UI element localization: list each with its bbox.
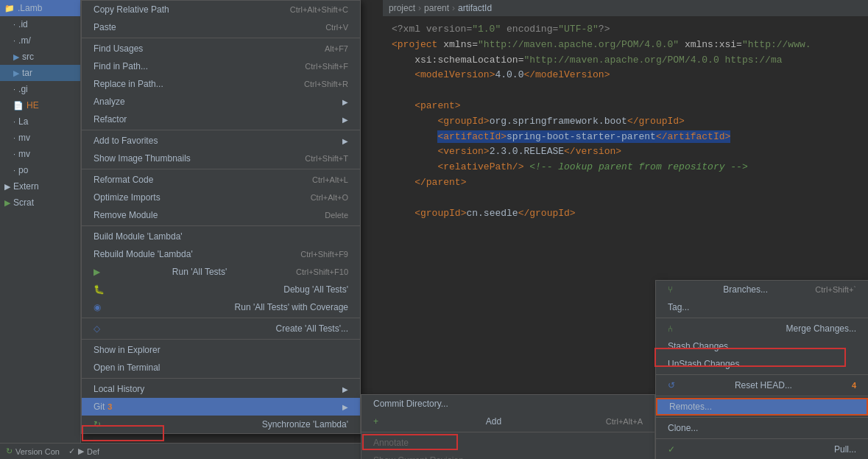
ctx-shortcut: Ctrl+Alt+A [606,417,643,426]
ctx-build-module[interactable]: Build Module 'Lambda' [82,228,360,245]
ctx-sep-5 [82,318,360,318]
ctx-optimize-imports[interactable]: Optimize Imports Ctrl+Alt+O [82,189,360,206]
breadcrumb-sep-2: › [452,3,455,13]
ctx-reformat-code[interactable]: Reformat Code Ctrl+Alt+L [82,171,360,189]
folder-icon: ▶ [13,52,19,62]
file-icon: · [13,85,15,94]
ctx-annotate[interactable]: Annotate [361,434,654,452]
check-icon: ✓ [68,446,75,456]
ctx-label: Local History [93,384,144,394]
ctx-sep-6 [82,339,360,340]
ctx-shortcut: Ctrl+Shift+R [304,80,348,88]
ctx-label: Add to Favorites [93,136,158,146]
ctx-create-all-tests[interactable]: ◇ Create 'All Tests'... [82,320,360,337]
breadcrumb-parent[interactable]: parent [424,3,449,13]
sidebar-item-mv2[interactable]: · mv [0,146,80,162]
ctx-shortcut: Ctrl+V [325,23,348,32]
branch-name[interactable]: Def [87,447,99,456]
ctx-label: Synchronize 'Lambda' [262,419,348,430]
ctx-replace-in-path[interactable]: Replace in Path... Ctrl+Shift+R [82,75,360,93]
add-icon: + [373,416,378,427]
default-branch-label[interactable]: ▶ [78,446,84,456]
ctx-debug-all-tests[interactable]: 🐛 Debug 'All Tests' [82,281,360,298]
file-icon: 📄 [13,101,24,111]
ctx-label: Rebuild Module 'Lambda' [93,249,193,259]
refresh-icon: ↻ [6,446,13,456]
sidebar-item-tar[interactable]: ▶ tar [0,65,80,81]
ctx-run-all-tests[interactable]: ▶ Run 'All Tests' Ctrl+Shift+F10 [82,263,360,281]
sidebar-item-label: HE [27,100,39,111]
ctx-synchronize[interactable]: ↻ Synchronize 'Lambda' [82,416,360,433]
context-menu-main: Copy Relative Path Ctrl+Alt+Shift+C Past… [81,0,361,434]
ctx-paste[interactable]: Paste Ctrl+V [82,18,360,36]
ctx-run-with-coverage[interactable]: ◉ Run 'All Tests' with Coverage [82,298,360,316]
ctx-reset-head[interactable]: ↺ Reset HEAD... 4 [656,376,868,394]
pull-icon: ✓ [668,444,675,455]
sidebar-item-git[interactable]: · .gi [0,81,80,97]
sidebar-item-la[interactable]: · La [0,113,80,130]
ctx-copy-relative-path[interactable]: Copy Relative Path Ctrl+Alt+Shift+C [82,1,360,18]
ctx-sep-4 [82,225,360,226]
ctx-label: Debug 'All Tests' [283,284,348,295]
ctx-local-history[interactable]: Local History ▶ [82,380,360,398]
ctx-add[interactable]: + Add Ctrl+Alt+A [361,413,654,430]
breadcrumb-project[interactable]: project [389,3,415,13]
submenu-arrow-icon: ▶ [342,385,348,393]
ctx-stash-changes[interactable]: Stash Changes... [656,337,868,355]
ctx-label: Commit Directory... [373,399,448,409]
sidebar-item-label: .Lamb [18,3,42,13]
ctx-unstash-changes[interactable]: UnStash Changes... [656,355,868,373]
sidebar-item-mv1[interactable]: · mv [0,130,80,146]
sidebar-item-he[interactable]: 📄 HE [0,97,80,113]
sidebar-item-scrat[interactable]: ▶ Scrat [0,195,80,211]
sidebar-item-extern[interactable]: ▶ Extern [0,178,80,195]
ctx-label: Build Module 'Lambda' [93,231,183,242]
ctx-rebuild-module[interactable]: Rebuild Module 'Lambda' Ctrl+Shift+F9 [82,245,360,263]
ctx-label: Clone... [668,423,698,433]
version-control-label[interactable]: Version Con [15,447,60,456]
sidebar-item-lambda[interactable]: 📁 .Lamb [0,0,80,16]
ctx-git[interactable]: Git 3 ▶ [82,398,360,416]
sidebar-item-id[interactable]: · .id [0,16,80,32]
sidebar-item-label: Extern [13,181,39,192]
sidebar-item-src[interactable]: ▶ src [0,49,80,65]
ctx-remove-module[interactable]: Remove Module Delete [82,206,360,224]
ctx-label: Reset HEAD... [735,380,792,390]
ctx-show-current-revision[interactable]: Show Current Revision [361,452,654,459]
sidebar-item-po[interactable]: · po [0,162,80,178]
ctx-sep-git-1 [361,432,654,432]
ctx-sep-repo-4 [656,417,868,418]
ctx-add-to-favorites[interactable]: Add to Favorites ▶ [82,132,360,150]
breadcrumb-artifactid[interactable]: artifactId [458,3,492,13]
ctx-refactor[interactable]: Refactor ▶ [82,111,360,128]
ctx-find-in-path[interactable]: Find in Path... Ctrl+Shift+F [82,57,360,75]
sidebar-item-label: .gi [18,84,28,94]
ctx-label: Tag... [668,302,689,312]
ctx-shortcut: Alt+F7 [325,44,348,53]
ctx-analyze[interactable]: Analyze ▶ [82,93,360,111]
code-line-10: <relativePath/> <!-- lookup parent from … [392,160,859,175]
ctx-commit-directory[interactable]: Commit Directory... [361,395,654,413]
ctx-show-image-thumbnails[interactable]: Show Image Thumbnails Ctrl+Shift+T [82,150,360,167]
file-icon: · [13,20,15,29]
ctx-show-in-explorer[interactable]: Show in Explorer [82,341,360,359]
ctx-label: Remove Module [93,210,158,220]
ctx-clone[interactable]: Clone... [656,419,868,437]
ctx-sep-3 [82,169,360,169]
ctx-label: Annotate [373,438,409,448]
ctx-sep-repo-5 [656,438,868,439]
ctx-tag[interactable]: Tag... [656,298,868,316]
sync-icon: ↻ [93,419,101,430]
sidebar-item-m[interactable]: · .m/ [0,32,80,49]
ctx-branches[interactable]: ⑂ Branches... Ctrl+Shift+` [656,281,868,298]
ctx-remotes[interactable]: Remotes... [656,398,868,416]
ctx-find-usages[interactable]: Find Usages Alt+F7 [82,40,360,57]
ctx-merge-changes[interactable]: ⑃ Merge Changes... [656,320,868,337]
breadcrumb-sep-1: › [418,3,421,13]
ctx-shortcut: Ctrl+Shift+` [815,285,856,294]
ctx-pull[interactable]: ✓ Pull... [656,441,868,458]
submenu-arrow-icon: ▶ [342,137,348,145]
sidebar-item-label: mv [18,149,30,159]
coverage-icon: ◉ [93,302,101,312]
ctx-open-in-terminal[interactable]: Open in Terminal [82,359,360,376]
